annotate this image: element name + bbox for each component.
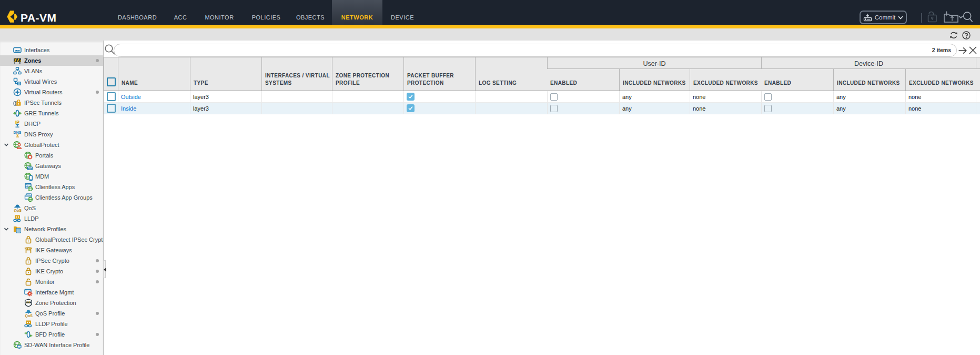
svg-text:IP: IP	[15, 120, 19, 125]
svg-text:DNS: DNS	[14, 131, 22, 134]
svg-text:QoS: QoS	[25, 314, 33, 318]
svg-text:QoS: QoS	[14, 209, 22, 212]
